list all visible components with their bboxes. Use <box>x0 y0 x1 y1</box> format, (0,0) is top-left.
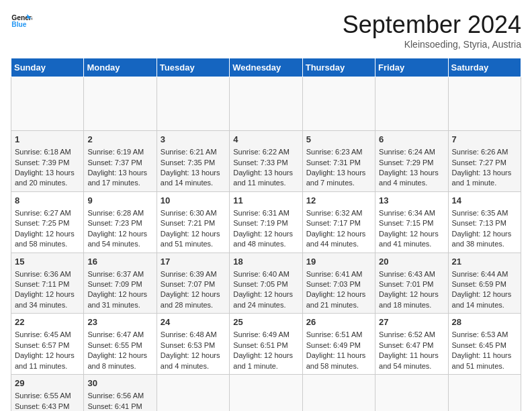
sunset-text: Sunset: 7:01 PM <box>379 280 433 288</box>
day-number: 29 <box>15 377 80 390</box>
calendar-cell <box>11 77 84 131</box>
calendar-cell: 4Sunrise: 6:22 AMSunset: 7:33 PMDaylight… <box>230 131 302 192</box>
sunset-text: Sunset: 6:43 PM <box>15 402 69 410</box>
sunset-text: Sunset: 7:07 PM <box>161 280 215 288</box>
daylight-text: Daylight: 12 hours and 48 minutes. <box>233 230 293 248</box>
sunset-text: Sunset: 7:19 PM <box>233 219 287 227</box>
sunrise-text: Sunrise: 6:26 AM <box>452 148 508 156</box>
daylight-text: Daylight: 12 hours and 54 minutes. <box>87 230 147 248</box>
daylight-text: Daylight: 11 hours and 58 minutes. <box>306 351 366 369</box>
header-row: SundayMondayTuesdayWednesdayThursdayFrid… <box>11 58 521 77</box>
title-block: September 2024 Kleinsoeding, Styria, Aus… <box>343 11 521 50</box>
col-header-wednesday: Wednesday <box>230 58 302 77</box>
daylight-text: Daylight: 13 hours and 1 minute. <box>452 169 512 187</box>
daylight-text: Daylight: 12 hours and 21 minutes. <box>306 290 366 308</box>
day-number: 1 <box>15 134 80 146</box>
calendar-cell: 30Sunrise: 6:56 AMSunset: 6:41 PMDayligh… <box>84 375 157 412</box>
sunrise-text: Sunrise: 6:23 AM <box>306 148 363 156</box>
sunrise-text: Sunrise: 6:53 AM <box>452 330 508 338</box>
day-number: 12 <box>306 195 371 207</box>
col-header-sunday: Sunday <box>11 58 84 77</box>
calendar-cell <box>448 77 521 131</box>
col-header-tuesday: Tuesday <box>157 58 229 77</box>
sunset-text: Sunset: 7:23 PM <box>87 219 142 227</box>
daylight-text: Daylight: 13 hours and 4 minutes. <box>379 169 439 187</box>
day-number: 20 <box>379 256 444 268</box>
daylight-text: Daylight: 12 hours and 58 minutes. <box>15 230 75 248</box>
day-number: 9 <box>87 195 152 207</box>
sunset-text: Sunset: 7:17 PM <box>306 219 361 227</box>
calendar-cell: 23Sunrise: 6:47 AMSunset: 6:55 PMDayligh… <box>84 314 157 375</box>
sunset-text: Sunset: 7:35 PM <box>161 158 215 167</box>
sunset-text: Sunset: 7:11 PM <box>15 280 69 288</box>
sunset-text: Sunset: 7:03 PM <box>306 280 361 288</box>
day-number: 22 <box>15 316 80 328</box>
sunrise-text: Sunrise: 6:22 AM <box>233 148 290 156</box>
calendar-cell: 14Sunrise: 6:35 AMSunset: 7:13 PMDayligh… <box>448 191 521 253</box>
day-number: 17 <box>161 256 226 268</box>
calendar-cell: 20Sunrise: 6:43 AMSunset: 7:01 PMDayligh… <box>375 253 448 314</box>
sunrise-text: Sunrise: 6:52 AM <box>379 330 435 338</box>
daylight-text: Daylight: 12 hours and 24 minutes. <box>233 290 293 308</box>
calendar-cell <box>375 77 448 131</box>
day-number: 3 <box>161 134 226 146</box>
sunset-text: Sunset: 7:05 PM <box>233 280 287 288</box>
sunset-text: Sunset: 6:45 PM <box>452 341 506 349</box>
sunrise-text: Sunrise: 6:49 AM <box>233 330 290 338</box>
sunrise-text: Sunrise: 6:35 AM <box>452 209 508 217</box>
week-row-5: 29Sunrise: 6:55 AMSunset: 6:43 PMDayligh… <box>11 375 521 412</box>
week-row-3: 15Sunrise: 6:36 AMSunset: 7:11 PMDayligh… <box>11 253 521 314</box>
day-number: 2 <box>87 134 152 146</box>
sunset-text: Sunset: 6:55 PM <box>87 341 142 349</box>
calendar-cell: 29Sunrise: 6:55 AMSunset: 6:43 PMDayligh… <box>11 375 84 412</box>
calendar-cell: 21Sunrise: 6:44 AMSunset: 6:59 PMDayligh… <box>448 253 521 314</box>
calendar-cell <box>302 375 375 412</box>
day-number: 16 <box>87 256 152 268</box>
day-number: 25 <box>233 316 298 328</box>
calendar-cell: 9Sunrise: 6:28 AMSunset: 7:23 PMDaylight… <box>84 191 157 253</box>
daylight-text: Daylight: 12 hours and 44 minutes. <box>306 230 366 248</box>
sunrise-text: Sunrise: 6:44 AM <box>452 270 508 278</box>
daylight-text: Daylight: 12 hours and 51 minutes. <box>161 230 220 248</box>
calendar-cell: 6Sunrise: 6:24 AMSunset: 7:29 PMDaylight… <box>375 131 448 192</box>
calendar-cell: 2Sunrise: 6:19 AMSunset: 7:37 PMDaylight… <box>84 131 157 192</box>
calendar-cell <box>84 77 157 131</box>
day-number: 19 <box>306 256 371 268</box>
daylight-text: Daylight: 13 hours and 7 minutes. <box>306 169 366 187</box>
calendar-cell: 3Sunrise: 6:21 AMSunset: 7:35 PMDaylight… <box>157 131 229 192</box>
sunrise-text: Sunrise: 6:37 AM <box>87 270 144 278</box>
daylight-text: Daylight: 11 hours and 51 minutes. <box>452 351 512 369</box>
day-number: 4 <box>233 134 298 146</box>
calendar-cell: 15Sunrise: 6:36 AMSunset: 7:11 PMDayligh… <box>11 253 84 314</box>
day-number: 13 <box>379 195 444 207</box>
sunrise-text: Sunrise: 6:19 AM <box>87 148 144 156</box>
calendar-cell: 24Sunrise: 6:48 AMSunset: 6:53 PMDayligh… <box>157 314 229 375</box>
calendar-cell <box>375 375 448 412</box>
logo: General Blue <box>11 11 32 32</box>
sunrise-text: Sunrise: 6:41 AM <box>306 270 363 278</box>
sunset-text: Sunset: 7:29 PM <box>379 158 433 167</box>
calendar-table: SundayMondayTuesdayWednesdayThursdayFrid… <box>11 58 521 411</box>
sunrise-text: Sunrise: 6:56 AM <box>87 392 144 400</box>
week-row-0 <box>11 77 521 131</box>
sunset-text: Sunset: 6:59 PM <box>452 280 506 288</box>
sunrise-text: Sunrise: 6:43 AM <box>379 270 435 278</box>
sunrise-text: Sunrise: 6:39 AM <box>161 270 217 278</box>
day-number: 27 <box>379 316 444 328</box>
day-number: 18 <box>233 256 298 268</box>
daylight-text: Daylight: 12 hours and 28 minutes. <box>161 290 220 308</box>
calendar-cell: 19Sunrise: 6:41 AMSunset: 7:03 PMDayligh… <box>302 253 375 314</box>
sunset-text: Sunset: 7:09 PM <box>87 280 142 288</box>
sunrise-text: Sunrise: 6:45 AM <box>15 330 71 338</box>
sunset-text: Sunset: 7:21 PM <box>161 219 215 227</box>
daylight-text: Daylight: 11 hours and 54 minutes. <box>379 351 439 369</box>
sunrise-text: Sunrise: 6:31 AM <box>233 209 290 217</box>
sunset-text: Sunset: 7:31 PM <box>306 158 361 167</box>
calendar-cell: 11Sunrise: 6:31 AMSunset: 7:19 PMDayligh… <box>230 191 302 253</box>
daylight-text: Daylight: 13 hours and 20 minutes. <box>15 169 75 187</box>
page-header: General Blue September 2024 Kleinsoeding… <box>11 11 521 50</box>
calendar-cell: 12Sunrise: 6:32 AMSunset: 7:17 PMDayligh… <box>302 191 375 253</box>
sunset-text: Sunset: 6:47 PM <box>379 341 433 349</box>
sunset-text: Sunset: 7:13 PM <box>452 219 506 227</box>
sunrise-text: Sunrise: 6:21 AM <box>161 148 217 156</box>
